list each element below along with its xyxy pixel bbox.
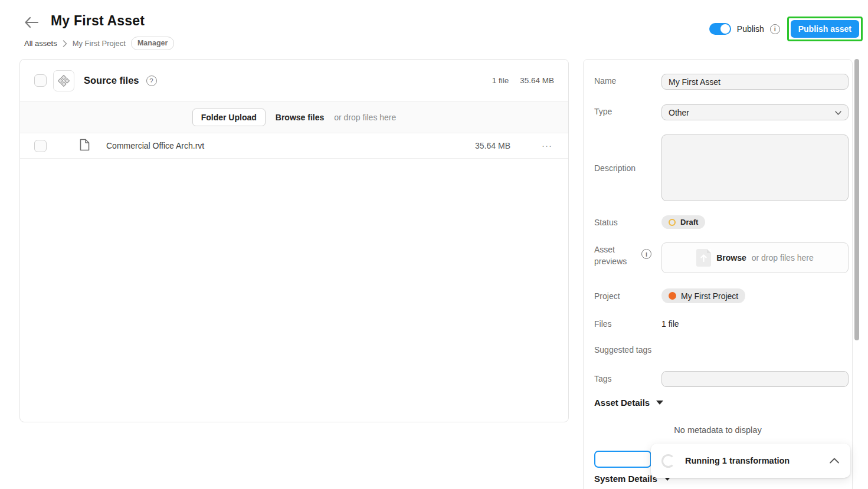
files-label: Files [594, 319, 612, 329]
publish-toggle[interactable] [709, 23, 731, 35]
project-badge: My First Project [661, 288, 745, 303]
asset-cluster-button[interactable] [53, 70, 74, 91]
project-label: Project [594, 291, 620, 301]
source-files-title: Source files [84, 75, 139, 86]
name-label: Name [594, 76, 616, 86]
chevron-up-icon[interactable] [829, 457, 840, 464]
asset-detail-page: My First Asset All assets My First Proje… [0, 0, 868, 489]
asset-cluster-icon [58, 75, 70, 87]
chevron-right-icon [63, 40, 67, 47]
back-button[interactable] [24, 15, 39, 29]
scrollbar-thumb[interactable] [854, 59, 859, 340]
status-label: Status [594, 218, 618, 227]
files-value: 1 file [661, 319, 679, 329]
total-size: 35.64 MB [520, 76, 554, 85]
file-row[interactable]: Commercial Office Arch.rvt 35.64 MB ··· [20, 133, 568, 159]
type-select[interactable]: Other [661, 104, 849, 120]
no-metadata-text: No metadata to display [584, 425, 852, 435]
system-details-section-label: System Details [594, 474, 657, 484]
publish-asset-button[interactable]: Publish asset [791, 20, 859, 38]
file-name: Commercial Office Arch.rvt [106, 141, 204, 150]
asset-previews-info-icon[interactable]: i [641, 249, 651, 259]
upload-file-icon [696, 249, 711, 267]
suggested-tags-label: Suggested tags [594, 345, 651, 355]
asset-details-panel: Name Type Other Description Status Draft… [583, 59, 853, 489]
file-icon [80, 139, 90, 153]
description-textarea[interactable] [661, 134, 849, 201]
breadcrumb-project: My First Project [73, 39, 126, 48]
breadcrumb-all-assets[interactable]: All assets [24, 39, 57, 48]
toggle-knob [720, 24, 730, 34]
browse-files-button[interactable]: Browse files [276, 113, 324, 122]
chevron-down-icon [834, 109, 842, 119]
previews-drop-hint: or drop files here [752, 253, 814, 262]
type-select-value: Other [669, 108, 689, 117]
partially-hidden-button[interactable] [594, 451, 651, 468]
highlight-frame: Publish asset [787, 17, 863, 41]
file-size: 35.64 MB [475, 141, 510, 150]
asset-previews-dropzone[interactable]: Browse or drop files here [661, 242, 849, 273]
asset-details-section-toggle[interactable]: Asset Details [594, 398, 663, 408]
source-files-card: Source files ? 1 file 35.64 MB Folder Up… [19, 59, 569, 422]
upload-strip: Folder Upload Browse files or drop files… [20, 102, 568, 133]
status-value: Draft [680, 218, 698, 227]
description-label: Description [594, 163, 636, 173]
folder-upload-button[interactable]: Folder Upload [192, 109, 266, 126]
tags-label: Tags [594, 374, 612, 383]
project-color-dot [669, 292, 676, 300]
drop-files-hint: or drop files here [334, 113, 396, 122]
select-all-checkbox[interactable] [34, 74, 47, 87]
asset-previews-label: Asset previews [594, 244, 637, 267]
file-count: 1 file [492, 76, 509, 85]
type-label: Type [594, 107, 612, 116]
publish-toggle-label: Publish [737, 24, 764, 34]
info-icon[interactable]: i [770, 24, 780, 34]
name-input[interactable] [661, 74, 849, 90]
triangle-down-icon [656, 401, 663, 405]
project-value: My First Project [681, 291, 738, 301]
spinner-icon [661, 454, 675, 468]
page-title: My First Asset [51, 13, 145, 29]
status-badge: Draft [661, 215, 705, 229]
arrow-left-icon [24, 15, 39, 29]
tags-input[interactable] [661, 371, 849, 387]
toast-message: Running 1 transformation [685, 456, 790, 465]
previews-browse-button[interactable]: Browse [716, 253, 746, 262]
breadcrumb: All assets My First Project Manager [24, 37, 174, 50]
source-files-header: Source files ? 1 file 35.64 MB [20, 60, 568, 102]
files-summary: 1 file 35.64 MB [492, 76, 554, 85]
help-icon[interactable]: ? [146, 76, 157, 86]
role-badge: Manager [131, 37, 174, 50]
draft-status-icon [669, 219, 676, 226]
publish-controls: Publish i Publish asset [709, 17, 863, 41]
transformation-toast: Running 1 transformation [651, 444, 850, 478]
file-checkbox[interactable] [34, 140, 47, 152]
asset-details-section-label: Asset Details [594, 398, 650, 408]
